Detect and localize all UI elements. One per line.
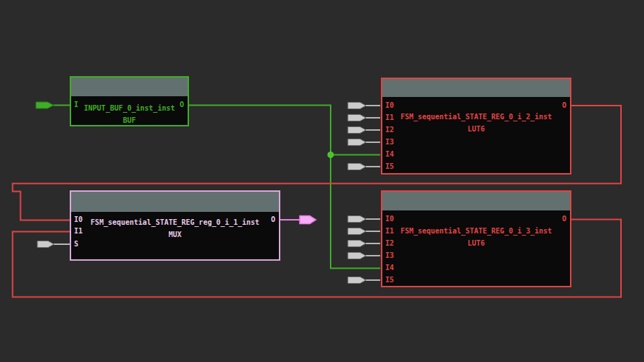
cell-header xyxy=(382,192,570,210)
cell-header xyxy=(382,79,570,97)
cell-input-buf[interactable]: I O INPUT_BUF_0_inst_inst BUF xyxy=(70,76,189,126)
pin-label-i4: I4 xyxy=(385,263,394,273)
unconnected-net-stub-icon[interactable] xyxy=(348,216,380,223)
unconnected-net-stub-icon[interactable] xyxy=(348,241,380,247)
unconnected-net-stub-icon[interactable] xyxy=(348,277,380,284)
pin-label-i3: I3 xyxy=(385,137,394,147)
output-port-icon[interactable] xyxy=(300,216,316,224)
unconnected-net-stub-icon[interactable] xyxy=(348,103,380,109)
pin-label-s: S xyxy=(74,239,78,249)
cell-mux[interactable]: I0 I1 S O FSM_sequential_STATE_REG_reg_0… xyxy=(70,190,280,261)
instance-name: FSM_sequential_STATE_REG_0_i_3_inst xyxy=(382,226,570,236)
unconnected-net-stub-icon[interactable] xyxy=(348,115,380,121)
unconnected-net-stub-icon[interactable] xyxy=(348,139,380,146)
pin-label-o: O xyxy=(562,101,566,111)
cell-header xyxy=(71,192,279,212)
cell-header xyxy=(71,78,188,96)
unconnected-net-stub-icon[interactable] xyxy=(348,253,380,259)
unconnected-net-stub-icon[interactable] xyxy=(348,228,380,235)
instance-name: FSM_sequential_STATE_REG_reg_0_i_1_inst xyxy=(71,218,279,228)
schematic-canvas[interactable]: I O INPUT_BUF_0_inst_inst BUF I0 I1 I2 I… xyxy=(0,0,644,362)
unconnected-net-stub-icon[interactable] xyxy=(348,127,380,134)
unconnected-net-stub-icon[interactable] xyxy=(37,241,70,248)
pin-label-i0: I0 xyxy=(385,101,394,111)
pin-label-i4: I4 xyxy=(385,149,394,159)
cell-lut6-i3[interactable]: I0 I1 I2 I3 I4 I5 O FSM_sequential_STATE… xyxy=(381,190,571,287)
unconnected-net-stub-icon[interactable] xyxy=(348,164,380,170)
input-port-icon[interactable] xyxy=(36,102,54,108)
pin-label-i5: I5 xyxy=(385,275,394,285)
instance-name: INPUT_BUF_0_inst_inst xyxy=(71,103,188,113)
cell-type: BUF xyxy=(71,116,188,126)
cell-lut6-i2[interactable]: I0 I1 I2 I3 I4 I5 O FSM_sequential_STATE… xyxy=(381,78,571,175)
wire-junction-dot[interactable] xyxy=(328,152,334,158)
cell-type: MUX xyxy=(71,230,279,240)
cell-type: LUT6 xyxy=(382,238,570,249)
cell-type: LUT6 xyxy=(382,124,570,134)
wire-layer xyxy=(0,0,644,362)
pin-label-i5: I5 xyxy=(385,162,394,172)
pin-label-o: O xyxy=(562,214,566,224)
instance-name: FSM_sequential_STATE_REG_0_i_2_inst xyxy=(382,112,570,122)
pin-label-i0: I0 xyxy=(385,214,394,224)
pin-label-i3: I3 xyxy=(385,251,394,261)
